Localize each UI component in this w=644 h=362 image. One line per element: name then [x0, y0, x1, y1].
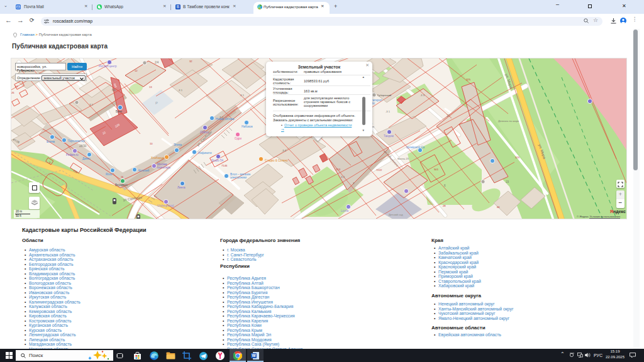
svg-text:Хлебницы: Хлебницы	[151, 156, 164, 160]
svg-text:Сладко & Солено: Сладко & Солено	[265, 159, 288, 162]
svg-text:53: 53	[15, 85, 18, 88]
svg-text:Набоков: Набоков	[242, 125, 253, 128]
svg-text:16: 16	[121, 176, 123, 178]
svg-text:Волна 23: Волна 23	[397, 157, 409, 160]
svg-text:Underground: Underground	[157, 204, 174, 207]
svg-text:Вкусвилл: Вкусвилл	[115, 184, 128, 187]
svg-text:-3 1: -3 1	[89, 103, 94, 106]
svg-text:-3 4: -3 4	[282, 149, 287, 152]
svg-text:Ipotekcentr.Ca: Ipotekcentr.Ca	[406, 146, 425, 149]
svg-text:P: P	[155, 101, 158, 105]
svg-text:7222: 7222	[376, 168, 382, 172]
svg-text:Lovita: Lovita	[341, 209, 349, 212]
svg-text:28: 28	[443, 204, 446, 207]
svg-text:Oldboy: Oldboy	[200, 131, 209, 134]
svg-text:Девочка на шаре: Девочка на шаре	[498, 119, 519, 123]
svg-text:213: 213	[336, 168, 341, 171]
svg-text:19: 19	[506, 180, 509, 184]
svg-text:Банк: Банк	[116, 110, 122, 113]
svg-text:шоколадъ: шоколадъ	[157, 166, 170, 169]
svg-text:6А: 6А	[112, 89, 116, 92]
svg-text:Studio 54: Studio 54	[211, 159, 224, 162]
svg-text:Rimir: Rimir	[106, 173, 113, 176]
svg-text:Инфинити: Инфинити	[198, 151, 212, 155]
svg-text:26: 26	[11, 91, 14, 94]
svg-text:28/30: 28/30	[79, 145, 87, 148]
svg-text:Колизей: Колизей	[138, 168, 150, 172]
svg-text:12: 12	[135, 69, 138, 72]
svg-text:10: 10	[150, 142, 153, 145]
svg-text:-3 1: -3 1	[386, 110, 391, 113]
svg-text:7146: 7146	[221, 164, 228, 167]
svg-text:Елена: Елена	[47, 140, 55, 143]
svg-text:Одри: Одри	[235, 137, 242, 140]
svg-text:13: 13	[149, 85, 152, 89]
svg-text:2/4: 2/4	[155, 61, 159, 64]
svg-text:электроники: электроники	[230, 176, 247, 179]
svg-text:17: 17	[447, 114, 450, 118]
svg-text:-3 1: -3 1	[240, 94, 245, 97]
svg-text:-3 2: -3 2	[340, 175, 345, 178]
svg-text:Ритуал-центр: Ритуал-центр	[99, 65, 117, 68]
svg-text:Новая Оптика: Новая Оптика	[216, 118, 235, 121]
svg-text:325: 325	[515, 156, 520, 159]
svg-text:-3 1: -3 1	[178, 89, 183, 92]
svg-text:Данко: Данко	[82, 157, 91, 160]
svg-text:Тортомастер: Тортомастер	[68, 140, 85, 143]
svg-text:Тандем: Тандем	[384, 134, 394, 138]
svg-text:501: 501	[434, 168, 439, 171]
svg-text:-3 3: -3 3	[420, 94, 425, 97]
svg-text:Эпика: Эпика	[174, 143, 182, 146]
svg-text:66: 66	[497, 206, 500, 209]
svg-text:325: 325	[466, 78, 471, 81]
svg-text:Лента: Лента	[177, 186, 186, 189]
svg-text:32: 32	[189, 60, 192, 63]
svg-text:Губернский: Губернский	[377, 94, 392, 97]
svg-text:В: В	[177, 4, 179, 9]
svg-text:Pedant.ru: Pedant.ru	[66, 153, 79, 156]
svg-text:W: W	[252, 353, 256, 358]
svg-text:Детский сад: Детский сад	[389, 213, 403, 216]
